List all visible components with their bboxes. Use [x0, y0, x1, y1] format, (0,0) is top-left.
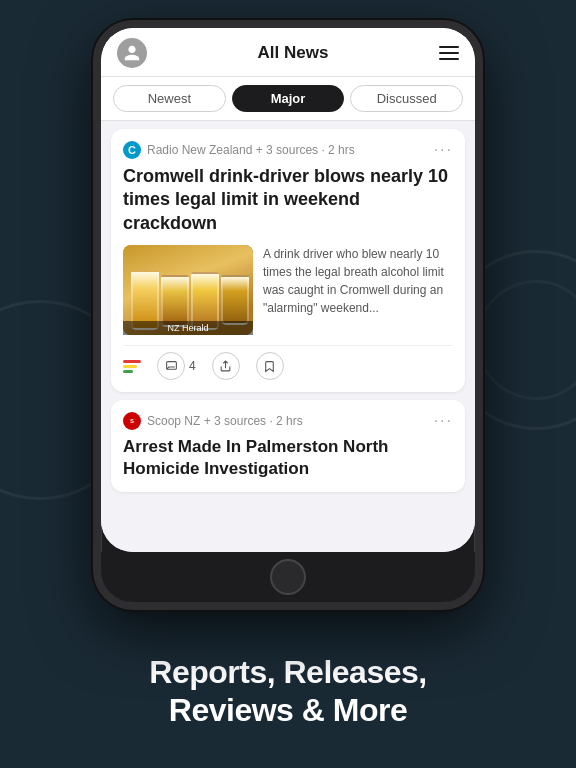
menu-button[interactable]	[439, 46, 459, 60]
share-icon-1	[212, 352, 240, 380]
article-excerpt-1: A drink driver who blew nearly 10 times …	[263, 245, 453, 335]
beer-glass-2	[161, 275, 189, 327]
phone-mockup: All News Newest Major Discussed	[0, 0, 576, 610]
bar-red	[123, 360, 141, 363]
tab-major[interactable]: Major	[232, 85, 345, 112]
tab-newest[interactable]: Newest	[113, 85, 226, 112]
home-button[interactable]	[270, 559, 306, 595]
page-title: All News	[258, 43, 329, 63]
image-badge-1: NZ Herald	[123, 321, 253, 335]
bottom-section: Reports, Releases, Reviews & More	[0, 610, 576, 768]
bar-green	[123, 370, 133, 373]
article-image-wrapper-1: NZ Herald	[123, 245, 253, 335]
beer-glass-4	[221, 275, 249, 325]
source-info-2: S Scoop NZ + 3 sources · 2 hrs	[123, 412, 303, 430]
tagline-text: Reports, Releases, Reviews & More	[149, 654, 426, 728]
bar-yellow	[123, 365, 137, 368]
comment-count-1: 4	[189, 359, 196, 373]
phone-screen: All News Newest Major Discussed	[101, 28, 475, 552]
news-card-2[interactable]: S Scoop NZ + 3 sources · 2 hrs ··· Arres…	[111, 400, 465, 492]
bookmark-button-1[interactable]	[256, 352, 284, 380]
phone-frame: All News Newest Major Discussed	[93, 20, 483, 610]
article-title-2: Arrest Made In Palmerston North Homicide…	[123, 436, 453, 480]
source-logo-2: S	[123, 412, 141, 430]
filter-tabs: Newest Major Discussed	[101, 77, 475, 121]
tab-discussed[interactable]: Discussed	[350, 85, 463, 112]
article-content-1: NZ Herald A drink driver who blew nearly…	[123, 245, 453, 335]
top-bar: All News	[101, 28, 475, 77]
source-info-1: C Radio New Zealand + 3 sources · 2 hrs	[123, 141, 355, 159]
avatar[interactable]	[117, 38, 147, 68]
news-card-1[interactable]: C Radio New Zealand + 3 sources · 2 hrs …	[111, 129, 465, 392]
article-menu-2[interactable]: ···	[434, 412, 453, 430]
phone-bottom	[101, 552, 475, 602]
source-logo-1: C	[123, 141, 141, 159]
tagline: Reports, Releases, Reviews & More	[149, 653, 426, 730]
source-text-2: Scoop NZ + 3 sources · 2 hrs	[147, 414, 303, 428]
source-line-1: C Radio New Zealand + 3 sources · 2 hrs …	[123, 141, 453, 159]
svg-text:S: S	[130, 418, 134, 424]
source-text-1: Radio New Zealand + 3 sources · 2 hrs	[147, 143, 355, 157]
article-menu-1[interactable]: ···	[434, 141, 453, 159]
article-actions-1: 4	[123, 345, 453, 380]
comment-icon-1	[157, 352, 185, 380]
article-title-1: Cromwell drink-driver blows nearly 10 ti…	[123, 165, 453, 235]
share-button-1[interactable]	[212, 352, 240, 380]
bookmark-icon-1	[256, 352, 284, 380]
source-line-2: S Scoop NZ + 3 sources · 2 hrs ···	[123, 412, 453, 430]
category-bars-1[interactable]	[123, 360, 141, 373]
news-list: C Radio New Zealand + 3 sources · 2 hrs …	[101, 121, 475, 552]
comment-button-1[interactable]: 4	[157, 352, 196, 380]
